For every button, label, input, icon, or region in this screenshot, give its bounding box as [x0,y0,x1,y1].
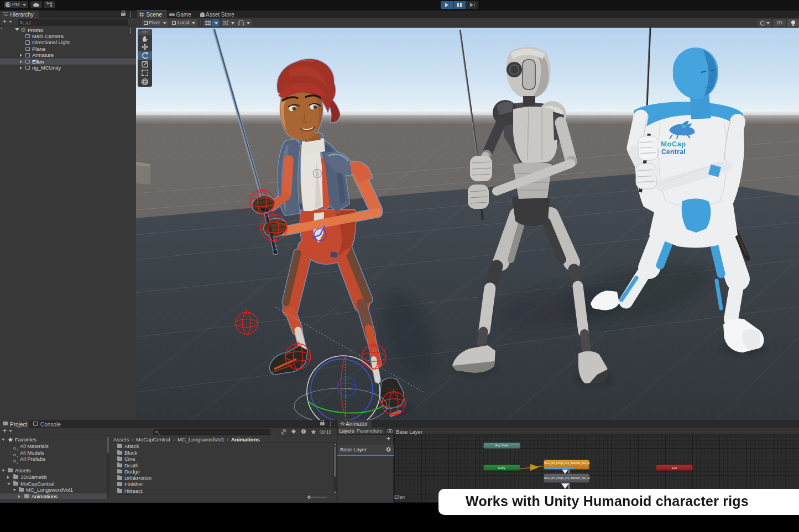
svg-text:MoCap: MoCap [661,140,686,148]
svg-text:Central: Central [661,148,686,156]
